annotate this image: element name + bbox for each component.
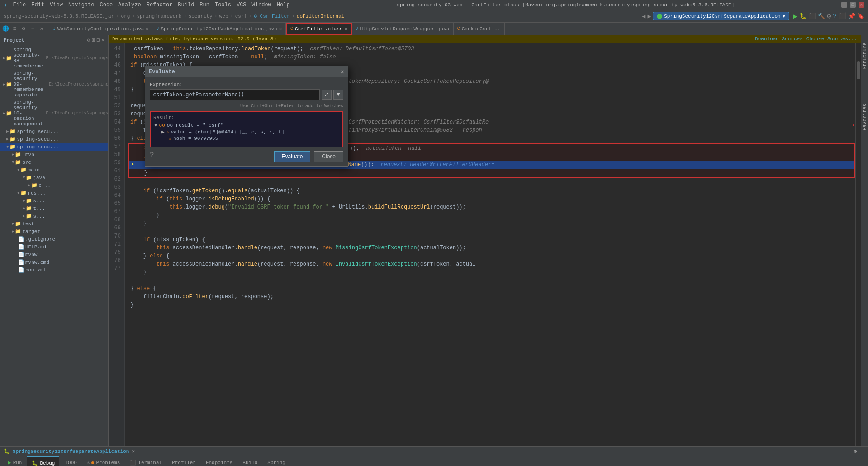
tab-globe-btn[interactable]: 🌐 [2, 25, 9, 33]
sidebar-gear-btn[interactable]: ⚙ [87, 37, 90, 43]
build-btn[interactable]: 🔨 [818, 13, 825, 20]
sidebar-item-test[interactable]: ▶ 📁 test [0, 220, 108, 228]
debug-btn[interactable]: 🐛 [799, 12, 807, 20]
result-value-expand-icon[interactable]: ▶ [161, 129, 165, 135]
nav-back-btn[interactable]: ◀ [642, 13, 646, 20]
tree-arrow-test[interactable]: ▶ [12, 221, 14, 226]
tree-arrow-src[interactable]: ▼ [12, 160, 14, 165]
download-sources-link[interactable]: Download Sources [755, 36, 803, 42]
sidebar-item-java[interactable]: ▼ 📁 java [0, 174, 108, 181]
debug-minimize-btn[interactable]: — [861, 449, 864, 454]
sidebar-collapse-btn[interactable]: ⊟ [97, 37, 100, 43]
sidebar-item-springsec1[interactable]: ▶ 📁 spring-secu... [0, 128, 108, 135]
menu-help[interactable]: Help [277, 2, 290, 8]
bottom-tab-run[interactable]: ▶ Run [4, 456, 26, 466]
debug-settings-btn[interactable]: ⚙ [854, 448, 857, 454]
tree-arrow-rememberme-sep[interactable]: ▶ [3, 82, 5, 87]
nav-forward-btn[interactable]: ▶ [647, 13, 651, 20]
help-btn[interactable]: ? [833, 13, 837, 20]
run-config-dropdown[interactable]: ⬤ SpringSecurity12CsrfSeparateApplicatio… [653, 12, 789, 20]
bookmark-btn[interactable]: 🔖 [857, 13, 864, 20]
debug-close-icon[interactable]: ✕ [132, 448, 135, 454]
tab-close-springsecurity[interactable]: ✕ [279, 26, 282, 32]
sidebar-item-target[interactable]: ▶ 📁 target [0, 228, 108, 235]
maximize-btn[interactable]: □ [850, 2, 856, 8]
expand-input-btn[interactable]: ⤢ [322, 90, 332, 100]
tree-arrow-t[interactable]: ▶ [23, 206, 25, 211]
tab-list-btn[interactable]: ≡ [11, 25, 18, 33]
sidebar-item-rememberme-sep[interactable]: ▶ 📁 spring-security-09-rememberme-separa… [0, 70, 108, 99]
vertical-scrollbar[interactable] [855, 43, 861, 446]
tab-cookiecsrf[interactable]: C CookieCsrf... [454, 23, 505, 35]
sidebar-item-s2[interactable]: ▶ 📁 s... [0, 212, 108, 220]
bottom-tab-problems[interactable]: ⚠ Problems [82, 456, 124, 466]
bottom-tab-profiler[interactable]: Profiler [167, 456, 200, 466]
sidebar-item-s[interactable]: ▶ 📁 s... [0, 197, 108, 204]
tree-arrow-c[interactable]: ▶ [28, 183, 30, 188]
evaluate-dialog[interactable]: Evaluate ✕ Expression: ⤢ ▼ Use Ctrl+Shif… [145, 66, 348, 167]
dialog-close-btn[interactable]: ✕ [341, 68, 344, 76]
sidebar-item-t[interactable]: ▶ 📁 t... [0, 204, 108, 212]
tab-close-csrffilter[interactable]: ✕ [345, 26, 347, 32]
menu-vcs[interactable]: VCS [237, 2, 247, 8]
run-btn[interactable]: ▶ [793, 12, 797, 21]
scrollbar-thumb[interactable] [857, 61, 860, 79]
close-dialog-btn[interactable]: Close [314, 151, 343, 162]
tab-minus-btn[interactable]: − [29, 25, 36, 33]
sidebar-item-session[interactable]: ▶ 📁 spring-security-10-session-managemen… [0, 99, 108, 128]
sidebar-item-springsec2[interactable]: ▶ 📁 spring-secu... [0, 135, 108, 143]
tree-arrow-springsec2[interactable]: ▶ [6, 137, 9, 142]
tree-arrow-springsec3[interactable]: ▼ [6, 145, 9, 149]
sidebar-item-mvn[interactable]: ▶ 📁 .mvn [0, 151, 108, 158]
bottom-tab-build[interactable]: Build [238, 456, 262, 466]
expression-input[interactable] [150, 89, 320, 100]
menu-run[interactable]: Run [199, 2, 209, 8]
sidebar-item-src[interactable]: ▼ 📁 src [0, 158, 108, 166]
result-collapse-icon[interactable]: ▼ [154, 123, 157, 128]
sidebar-item-mvnwcmd[interactable]: 📄 mvnw.cmd [0, 258, 108, 266]
dialog-help-btn[interactable]: ? [150, 151, 154, 162]
tab-settings-btn[interactable]: ⚙ [20, 25, 27, 33]
tree-arrow-target[interactable]: ▶ [12, 229, 14, 234]
menu-window[interactable]: Window [252, 2, 271, 8]
sidebar-item-rememberme[interactable]: ▶ 📁 spring-security-08-rememberme E:\Ide… [0, 46, 108, 70]
stop-red-btn[interactable]: ⬛ [839, 12, 846, 20]
menu-edit[interactable]: Edit [31, 2, 44, 8]
choose-sources-link[interactable]: Choose Sources... [806, 36, 857, 42]
sidebar-expand-btn[interactable]: ⊞ [92, 37, 95, 43]
tree-arrow-session[interactable]: ▶ [3, 111, 5, 116]
favorites-tab[interactable]: Favorites [861, 100, 868, 134]
bottom-tab-todo[interactable]: TODO [60, 456, 81, 466]
menu-code[interactable]: Code [100, 2, 113, 8]
tab-httpservlet[interactable]: J HttpServletRequestWrapper.java [352, 23, 454, 35]
menu-file[interactable]: File [13, 2, 26, 8]
menu-view[interactable]: View [50, 2, 63, 8]
menu-analyze[interactable]: Analyze [118, 2, 141, 8]
tree-arrow-mvn[interactable]: ▶ [12, 152, 14, 157]
minimize-btn[interactable]: — [841, 2, 847, 8]
sidebar-item-pomxml[interactable]: 📄 pom.xml [0, 266, 108, 274]
sidebar-item-main[interactable]: ▼ 📁 main [0, 166, 108, 174]
tree-arrow-java[interactable]: ▼ [23, 176, 25, 180]
dropdown-input-btn[interactable]: ▼ [333, 90, 343, 100]
tab-websecurity[interactable]: J WebSecurityConfiguration.java ✕ [49, 23, 152, 35]
tab-close-websecurity[interactable]: ✕ [146, 26, 148, 32]
tree-arrow-res[interactable]: ▼ [17, 191, 19, 195]
bottom-tab-endpoints[interactable]: Endpoints [201, 456, 237, 466]
pin-btn[interactable]: 📌 [848, 13, 855, 20]
stop-btn[interactable]: ⬛ [809, 13, 816, 20]
close-btn[interactable]: ✕ [859, 2, 864, 8]
tab-springsecurity[interactable]: J SpringSecurity12CsrfWebApplication.jav… [152, 23, 286, 35]
menu-navigate[interactable]: Navigate [68, 2, 95, 8]
tree-arrow-rememberme[interactable]: ▶ [3, 56, 5, 61]
sidebar-item-res[interactable]: ▼ 📁 res... [0, 189, 108, 197]
tab-close-all-btn[interactable]: ✕ [38, 25, 45, 33]
menu-build[interactable]: Build [178, 2, 194, 8]
sidebar-item-gitignore[interactable]: 📄 .gitignore [0, 235, 108, 243]
menu-refactor[interactable]: Refactor [147, 2, 173, 8]
sidebar-close-btn[interactable]: ✕ [101, 37, 104, 43]
structure-tab[interactable]: Structure [861, 39, 868, 73]
sidebar-item-springsec3[interactable]: ▼ 📁 spring-secu... [0, 143, 108, 151]
tree-arrow-springsec1[interactable]: ▶ [6, 129, 9, 134]
bottom-tab-debug[interactable]: 🐛 Debug [27, 456, 59, 466]
